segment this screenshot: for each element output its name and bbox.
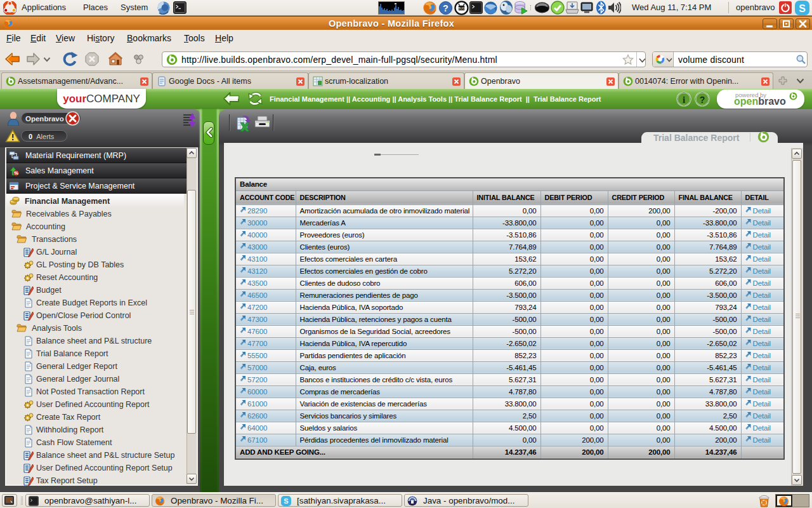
svg-text:BUG: BUG xyxy=(458,7,465,10)
svg-text:i: i xyxy=(683,95,685,105)
svg-text:S: S xyxy=(799,3,806,14)
svg-text:S: S xyxy=(284,497,288,505)
svg-text:?: ? xyxy=(443,3,449,13)
svg-text:?: ? xyxy=(700,95,705,105)
